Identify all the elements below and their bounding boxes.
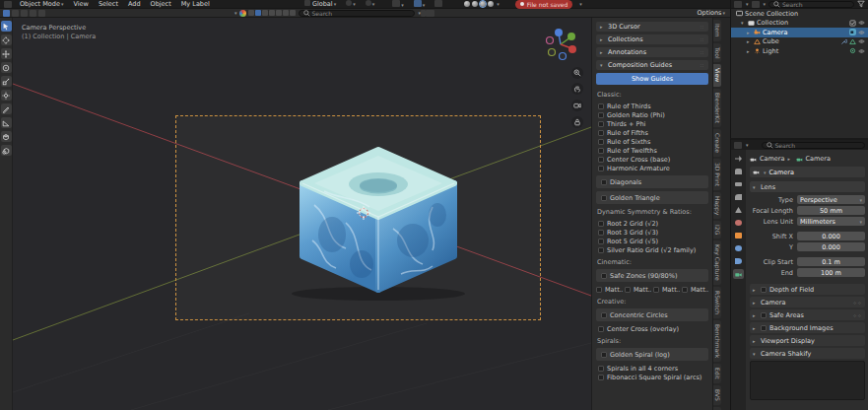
tab-key-capture[interactable]: Key Capture <box>713 240 721 285</box>
pan-view-button[interactable] <box>571 83 583 95</box>
tab-edit[interactable]: Edit <box>713 364 721 383</box>
breadcrumb-object[interactable]: Camera <box>760 155 785 163</box>
asset-nodegroup-icon[interactable] <box>283 10 289 16</box>
tab-render-properties[interactable] <box>733 167 744 176</box>
shading-material-icon[interactable] <box>480 1 486 7</box>
checkbox-matt-2[interactable]: Matt... <box>625 285 651 294</box>
outliner-row-light[interactable]: ▸ Light <box>731 46 868 56</box>
tab-3d-print[interactable]: 3D Print <box>713 159 721 190</box>
cursor-tool[interactable] <box>1 34 12 45</box>
snap-dropdown[interactable]: ▾ <box>344 0 358 8</box>
bk-settings-icon[interactable] <box>426 10 434 17</box>
panel-viewport-display[interactable]: ▸Viewport Display <box>750 335 865 346</box>
tab-view-layer-properties[interactable] <box>733 192 744 202</box>
3d-viewport[interactable]: Camera Perspective (1) Collection | Came… <box>13 18 591 410</box>
type-dropdown[interactable]: Perspective▾ <box>797 195 865 204</box>
asset-brush-icon[interactable] <box>276 10 282 16</box>
tab-i2g[interactable]: I2G <box>713 221 721 239</box>
options-dropdown[interactable]: Options▾ <box>695 9 727 17</box>
outliner-search-input[interactable]: Search <box>768 1 854 8</box>
chevron-right-icon[interactable]: ▸ <box>747 30 752 35</box>
tab-physics-properties[interactable] <box>733 243 744 253</box>
shift-x-field[interactable]: 0.000 <box>797 232 865 240</box>
outliner-row-scene-collection[interactable]: Scene Collection <box>731 9 868 19</box>
checkbox-concentric-circles[interactable]: Concentric Circles <box>599 310 705 319</box>
transform-tool[interactable] <box>1 90 12 101</box>
show-guides-button[interactable]: Show Guides <box>596 73 708 85</box>
properties-search-input[interactable]: Search <box>762 142 865 149</box>
datablock-name-field[interactable]: ▾ Camera <box>750 167 865 177</box>
lens-unit-dropdown[interactable]: Millimeters▾ <box>797 217 865 226</box>
asset-scene-icon[interactable] <box>262 10 268 16</box>
select-mode-new-icon[interactable] <box>3 10 10 17</box>
panel-annotations[interactable]: ▸Annotations∷ <box>596 47 708 57</box>
camera-data-icon[interactable] <box>849 29 856 35</box>
tab-object-data-properties[interactable] <box>733 269 744 279</box>
checkbox-golden-triangle[interactable]: Golden Triangle <box>599 193 705 202</box>
outliner-row-collection[interactable]: ▾ Collection <box>731 19 868 29</box>
camera-view-button[interactable] <box>571 100 583 111</box>
clip-end-field[interactable]: 100 m <box>797 268 865 277</box>
tab-view[interactable]: View <box>713 64 721 86</box>
eye-icon[interactable] <box>858 20 865 27</box>
mesh-data-icon[interactable] <box>849 38 856 45</box>
panel-safe-areas[interactable]: ▸Safe Areas⁘⁘ <box>750 309 865 320</box>
outliner-row-cube[interactable]: ▸ Cube <box>731 37 868 47</box>
shake-list-box[interactable] <box>750 361 865 400</box>
checkbox-spirals-4-corners[interactable]: Spirals in all 4 corners <box>596 364 708 373</box>
clip-start-field[interactable]: 0.1 m <box>797 257 865 266</box>
xray-toggle[interactable] <box>433 0 444 9</box>
checkbox-thirds-phi[interactable]: Thirds + Phi <box>596 119 708 128</box>
measure-tool[interactable] <box>1 117 12 128</box>
exclude-checkbox-icon[interactable] <box>849 20 856 27</box>
breadcrumb-data[interactable]: Camera <box>806 155 832 163</box>
checkbox-diagonals[interactable]: Diagonals <box>599 177 705 186</box>
checkbox-rule-of-twelfths[interactable]: Rule of Twelfths <box>596 146 708 155</box>
checkbox-safe-zones[interactable]: Safe Zones (90/80%) <box>599 271 705 280</box>
panel-composition-guides[interactable]: ▾Composition Guides∷ <box>596 60 708 70</box>
checkbox-harmonic-armature[interactable]: Harmonic Armature <box>596 164 708 172</box>
checkbox-fibonacci-spiral[interactable]: Fibonacci Square Spiral (arcs) <box>596 373 708 381</box>
menu-object[interactable]: Object <box>149 0 173 8</box>
tab-blenderkit[interactable]: BlenderKit <box>713 89 721 127</box>
menu-my-label[interactable]: My Label <box>179 0 212 8</box>
blenderkit-search-input[interactable]: Search <box>299 10 415 17</box>
tab-scene-properties[interactable] <box>733 205 744 215</box>
panel-3d-cursor[interactable]: ▸3D Cursor∷ <box>596 22 708 32</box>
focal-length-field[interactable]: 50 mm <box>797 206 865 215</box>
checkbox-center-cross-overlay[interactable]: Center Cross (overlay) <box>596 324 708 333</box>
chevron-down-icon[interactable]: ▾ <box>234 10 237 16</box>
select-mode-subtract-icon[interactable] <box>21 10 28 17</box>
tab-constraints-properties[interactable] <box>733 256 744 266</box>
eye-icon[interactable] <box>858 29 865 35</box>
lock-view-button[interactable] <box>571 116 583 128</box>
asset-extra-icon[interactable] <box>290 10 296 16</box>
panel-camera[interactable]: ▸Camera⁘⁘ <box>750 297 865 308</box>
editor-type-icon[interactable] <box>734 142 742 149</box>
chevron-right-icon[interactable]: ▸ <box>747 48 752 54</box>
tab-benchmark[interactable]: Benchmark <box>713 320 721 362</box>
select-box-tool[interactable] <box>1 21 12 32</box>
tab-output-properties[interactable] <box>733 179 744 189</box>
asset-material-icon[interactable] <box>255 10 261 16</box>
rotate-tool[interactable] <box>1 62 12 73</box>
tab-world-properties[interactable] <box>733 218 744 228</box>
checkbox-matt-3[interactable]: Matt... <box>653 285 680 294</box>
tab-bvs[interactable]: BVS <box>713 385 721 405</box>
shading-wireframe-icon[interactable] <box>464 1 470 7</box>
checkbox-silver-ratio-grid[interactable]: Silver Ratio Grid (√2 family) <box>596 245 708 254</box>
zoom-view-button[interactable] <box>571 67 583 79</box>
checkbox-rule-of-thirds[interactable]: Rule of Thirds <box>596 102 708 110</box>
asset-hdr-icon[interactable] <box>269 10 275 16</box>
menu-add[interactable]: Add <box>126 0 143 8</box>
file-not-saved-badge[interactable]: File not saved <box>515 0 573 9</box>
eye-icon[interactable] <box>858 38 865 45</box>
checkbox-root5-grid[interactable]: Root 5 Grid (√5) <box>596 237 708 245</box>
display-mode-icon[interactable] <box>752 1 760 8</box>
mode-dropdown[interactable]: Object Mode▾ <box>18 0 65 8</box>
editor-type-icon[interactable] <box>734 1 742 8</box>
panel-depth-of-field[interactable]: ▸Depth of Field <box>750 284 865 295</box>
add-cube-tool[interactable] <box>1 131 12 142</box>
light-data-icon[interactable] <box>849 47 856 54</box>
panel-camera-shakify[interactable]: ▾Camera Shakify <box>750 348 865 359</box>
